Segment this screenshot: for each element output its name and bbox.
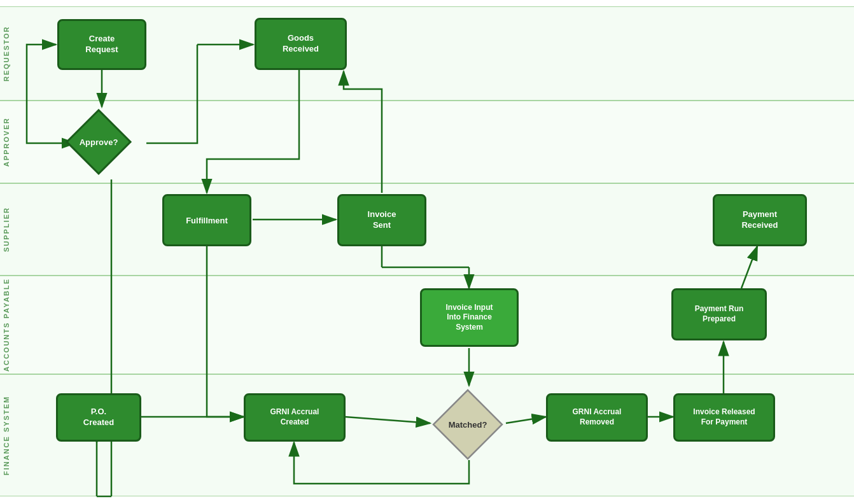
fulfillment-label: Fulfillment [186, 216, 228, 225]
invoice-input-label: Invoice Input Into Finance System [445, 303, 493, 333]
lane-approver-label: APPROVER [3, 101, 10, 183]
grni-accrual-node: GRNI Accrual Created [244, 393, 346, 442]
approve-diamond-svg: Approve? [64, 107, 134, 177]
lane-finance-label: FINANCE SYSTEM [3, 375, 10, 496]
grni-removed-label: GRNI Accrual Removed [573, 407, 622, 427]
svg-text:Matched?: Matched? [449, 420, 487, 430]
payment-run-node: Payment Run Prepared [671, 288, 767, 340]
create-request-node: Create Request [57, 19, 146, 70]
po-created-label: P.O. Created [83, 407, 114, 428]
invoice-sent-label: Invoice Sent [368, 209, 396, 231]
lane-requestor-label: REQUESTOR [3, 7, 10, 100]
lane-supplier-label: SUPPLIER [3, 184, 10, 275]
approve-diamond-node: Approve? [64, 107, 134, 177]
goods-received-label: Goods Received [283, 33, 319, 55]
payment-received-node: Payment Received [713, 194, 807, 246]
payment-run-label: Payment Run Prepared [695, 304, 744, 324]
po-created-node: P.O. Created [56, 393, 141, 442]
svg-text:Approve?: Approve? [80, 137, 118, 147]
goods-received-node: Goods Received [255, 18, 347, 70]
grni-removed-node: GRNI Accrual Removed [546, 393, 648, 442]
lane-accounts-label: ACCOUNTS PAYABLE [3, 276, 10, 374]
invoice-released-node: Invoice Released For Payment [673, 393, 775, 442]
matched-diamond-node: Matched? [430, 387, 505, 462]
grni-accrual-label: GRNI Accrual Created [270, 407, 319, 427]
invoice-released-label: Invoice Released For Payment [693, 407, 755, 427]
invoice-input-node: Invoice Input Into Finance System [420, 288, 519, 347]
fulfillment-node: Fulfillment [162, 194, 251, 246]
create-request-label: Create Request [85, 34, 118, 55]
matched-diamond-svg: Matched? [430, 387, 505, 462]
diagram-container: REQUESTOR APPROVER SUPPLIER ACCOUNTS PAY… [0, 0, 854, 504]
payment-received-label: Payment Received [741, 209, 778, 231]
invoice-sent-node: Invoice Sent [337, 194, 426, 246]
